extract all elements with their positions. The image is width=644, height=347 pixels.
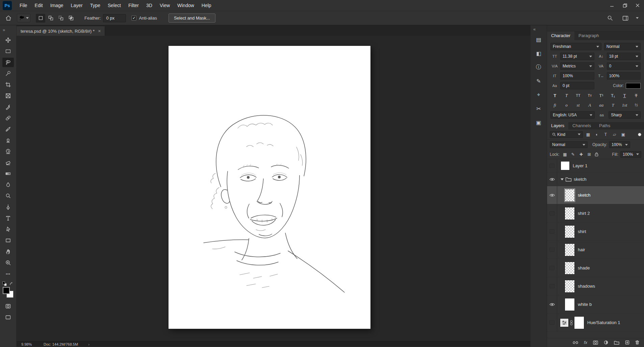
visibility-toggle[interactable] <box>547 186 557 204</box>
ordinals-button[interactable]: 1st <box>620 102 629 109</box>
mask-link-icon[interactable] <box>570 320 573 325</box>
app-logo-icon[interactable]: Ps <box>3 1 12 10</box>
layer-thumbnail[interactable] <box>565 243 575 256</box>
layer-row-shade[interactable]: shade <box>547 259 644 277</box>
fractions-button[interactable]: ½ <box>632 102 641 109</box>
layer-row-shirt-2[interactable]: shirt 2 <box>547 204 644 223</box>
layer-name[interactable]: Layer 1 <box>573 163 587 168</box>
layer-name[interactable]: shirt 2 <box>578 211 590 216</box>
zoom-tool-icon[interactable] <box>2 258 14 267</box>
new-adjustment-layer-icon[interactable] <box>604 340 608 345</box>
minimize-button[interactable] <box>606 0 618 11</box>
workspace-switcher-icon[interactable] <box>620 13 630 23</box>
info-icon[interactable]: ⓘ <box>533 62 544 72</box>
visibility-toggle[interactable] <box>547 159 557 172</box>
stylistic-alternates-button[interactable]: A <box>585 102 594 109</box>
add-to-selection-button[interactable] <box>46 14 55 23</box>
pen-tool-icon[interactable] <box>2 202 14 212</box>
select-and-mask-button[interactable]: Select and Mask... <box>169 13 215 23</box>
tracking-select[interactable]: 0 <box>607 62 641 70</box>
object-selection-tool-icon[interactable] <box>2 69 14 78</box>
blend-mode-select[interactable]: Normal <box>550 141 588 148</box>
layer-name[interactable]: shadows <box>578 284 595 289</box>
tool-presets-icon[interactable]: ✂ <box>533 104 544 114</box>
frame-tool-icon[interactable] <box>2 91 14 100</box>
underline-button[interactable]: T <box>620 92 629 99</box>
language-select[interactable]: English: USA <box>550 111 595 119</box>
type-tool-icon[interactable] <box>2 213 14 223</box>
font-size-select[interactable]: 11.38 pt <box>560 53 594 60</box>
menu-window[interactable]: Window <box>174 0 198 11</box>
feather-input[interactable]: 0 px <box>103 14 126 22</box>
menu-view[interactable]: View <box>156 0 174 11</box>
menu-edit[interactable]: Edit <box>31 0 47 11</box>
font-family-select[interactable]: Freshman <box>550 43 601 50</box>
layer-name[interactable]: Hue/Saturation 1 <box>587 320 620 325</box>
filter-shape-layers-icon[interactable]: ▱ <box>611 131 618 138</box>
visibility-toggle[interactable] <box>547 314 557 331</box>
layer-name[interactable]: shade <box>578 265 590 270</box>
toolbar-collapse-icon[interactable]: » <box>3 27 5 32</box>
new-layer-icon[interactable] <box>625 340 629 345</box>
visibility-toggle[interactable] <box>547 259 557 277</box>
lock-position-icon[interactable]: ✚ <box>578 152 584 157</box>
properties-icon[interactable]: ◧ <box>533 48 544 58</box>
strikethrough-button[interactable]: T <box>632 92 641 99</box>
layer-thumbnail[interactable] <box>565 225 575 238</box>
link-layers-icon[interactable] <box>573 341 578 344</box>
filter-type-layers-icon[interactable]: T <box>602 131 609 138</box>
restore-button[interactable] <box>618 0 631 11</box>
menu-help[interactable]: Help <box>198 0 215 11</box>
status-chevron-icon[interactable]: › <box>88 342 89 346</box>
brush-tool-icon[interactable] <box>2 124 14 134</box>
fill-input[interactable]: 100% <box>620 151 641 158</box>
layer-row-sketch[interactable]: sketch <box>547 186 644 204</box>
small-caps-button[interactable]: Tт <box>585 92 594 99</box>
brush-settings-icon[interactable]: ✎ <box>533 76 544 86</box>
text-color-swatch[interactable] <box>626 83 641 89</box>
gradient-tool-icon[interactable] <box>2 169 14 178</box>
group-expand-caret-icon[interactable] <box>559 178 565 180</box>
layer-thumbnail[interactable] <box>565 207 575 220</box>
lock-pixels-icon[interactable]: ✎ <box>570 152 576 157</box>
layer-thumbnail[interactable] <box>565 189 575 202</box>
history-brush-tool-icon[interactable] <box>2 147 14 156</box>
edit-toolbar-icon[interactable]: ••• <box>2 269 14 279</box>
visibility-toggle[interactable] <box>547 173 557 186</box>
subscript-button[interactable]: T₁ <box>609 92 617 99</box>
delete-layer-icon[interactable] <box>635 340 639 345</box>
crop-tool-icon[interactable] <box>2 80 14 89</box>
horizontal-scale-input[interactable]: 100% <box>607 72 641 80</box>
menu-3d[interactable]: 3D <box>143 0 156 11</box>
layer-thumbnail[interactable] <box>561 161 570 170</box>
anti-alias-checkbox[interactable]: ✓ <box>131 16 136 21</box>
visibility-toggle[interactable] <box>547 204 557 222</box>
menu-layer[interactable]: Layer <box>67 0 86 11</box>
menu-select[interactable]: Select <box>104 0 125 11</box>
menu-file[interactable]: File <box>16 0 31 11</box>
tab-layers[interactable]: Layers <box>547 122 568 129</box>
superscript-button[interactable]: T¹ <box>597 92 606 99</box>
foreground-color-swatch[interactable] <box>3 287 10 294</box>
dodge-tool-icon[interactable] <box>2 191 14 201</box>
lock-artboard-icon[interactable]: ⊞ <box>587 152 592 157</box>
layer-thumbnail[interactable] <box>565 262 575 274</box>
group-row-sketch[interactable]: sketch <box>547 173 644 186</box>
canvas-page[interactable] <box>169 46 370 329</box>
titling-alternates-button[interactable]: aa <box>597 102 606 109</box>
chevron-down-icon[interactable] <box>636 17 639 19</box>
discretionary-ligatures-button[interactable]: st <box>574 102 583 109</box>
clone-stamp-tool-icon[interactable] <box>2 136 14 145</box>
filter-pixel-layers-icon[interactable]: ▦ <box>585 131 592 138</box>
histogram-icon[interactable]: ▤ <box>533 34 544 45</box>
eyedropper-tool-icon[interactable] <box>2 102 14 112</box>
layer-row-shirt[interactable]: shirt <box>547 223 644 241</box>
leading-select[interactable]: 18 pt <box>607 53 641 60</box>
close-button[interactable] <box>631 0 644 11</box>
tab-close-icon[interactable]: × <box>98 28 101 34</box>
new-group-icon[interactable] <box>614 341 619 345</box>
spot-healing-brush-tool-icon[interactable] <box>2 113 14 123</box>
visibility-toggle[interactable] <box>547 223 557 240</box>
tab-paths[interactable]: Paths <box>595 122 614 129</box>
swap-colors-icon[interactable] <box>9 282 14 286</box>
